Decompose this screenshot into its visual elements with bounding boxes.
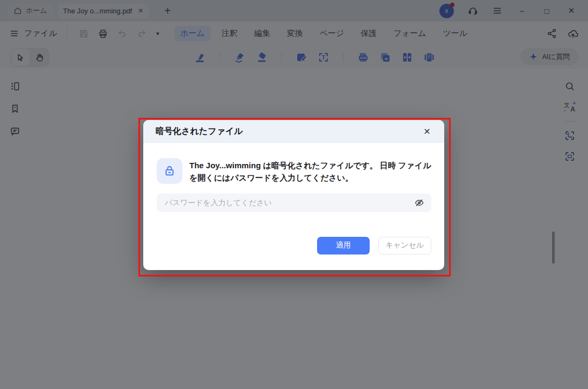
dialog-message: The Joy...wimming は暗号化されたファイルです。 日時 ファイル… [189,158,431,184]
dialog-title: 暗号化されたファイル [156,126,243,137]
password-input[interactable] [165,198,414,207]
lock-icon [163,164,176,177]
encrypted-file-dialog: 暗号化されたファイル ✕ The Joy...wimming は暗号化されたファ… [143,120,444,270]
toggle-password-visibility-button[interactable] [414,198,424,208]
pdf-editor-app: ホーム The Joy o...mming.pdf ✕ + x − [0,0,588,389]
lock-badge [157,158,182,184]
dialog-actions: 適用 キャンセル [157,237,431,255]
dialog-header: 暗号化されたファイル ✕ [143,120,444,143]
dialog-close-icon[interactable]: ✕ [421,126,433,138]
message-row: The Joy...wimming は暗号化されたファイルです。 日時 ファイル… [157,158,431,184]
dialog-body: The Joy...wimming は暗号化されたファイルです。 日時 ファイル… [143,143,444,255]
apply-button[interactable]: 適用 [317,237,370,255]
eye-slash-icon [414,198,424,208]
password-field-wrapper [157,193,431,212]
cancel-button[interactable]: キャンセル [378,237,431,255]
